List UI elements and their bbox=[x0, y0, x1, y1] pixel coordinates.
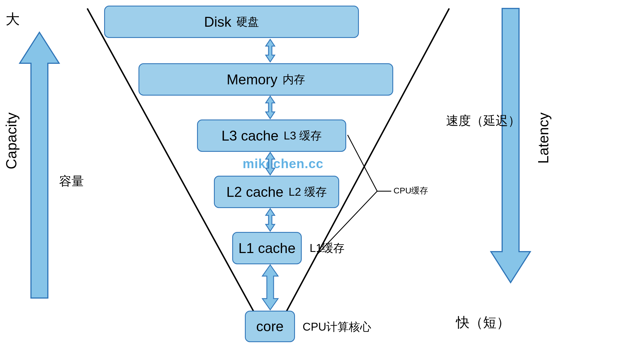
capacity-axis-en: Capacity bbox=[3, 112, 20, 169]
level-l3-cache: L3 cache L3 缓存 bbox=[197, 119, 346, 152]
l2-label-cn: L2 缓存 bbox=[289, 184, 327, 200]
memory-label-en: Memory bbox=[227, 71, 278, 88]
svg-line-1 bbox=[270, 8, 449, 342]
core-label-en: core bbox=[256, 318, 283, 335]
memory-label-cn: 内存 bbox=[283, 72, 305, 87]
svg-line-5 bbox=[348, 135, 377, 191]
level-memory: Memory 内存 bbox=[138, 63, 393, 96]
latency-arrow-icon bbox=[491, 8, 530, 283]
disk-label-en: Disk bbox=[204, 14, 231, 30]
svg-line-0 bbox=[87, 8, 270, 342]
arrow-memory-l3-icon bbox=[266, 96, 275, 119]
l1-label-cn: L1缓存 bbox=[310, 240, 345, 256]
level-disk: Disk 硬盘 bbox=[104, 6, 359, 38]
capacity-top-label: 大 bbox=[6, 10, 20, 29]
l2-label-en: L2 cache bbox=[226, 184, 283, 200]
svg-marker-4 bbox=[491, 8, 530, 283]
capacity-axis-cn: 容量 bbox=[59, 173, 84, 189]
level-core: core bbox=[245, 311, 295, 342]
watermark-text: mikechen.cc bbox=[243, 156, 323, 171]
capacity-arrow-icon bbox=[20, 32, 59, 298]
disk-label-cn: 硬盘 bbox=[236, 14, 259, 30]
svg-marker-3 bbox=[20, 32, 59, 298]
latency-axis-en: Latency bbox=[535, 112, 552, 164]
cpu-cache-annotation: CPU缓存 bbox=[393, 185, 428, 197]
core-label-cn: CPU计算核心 bbox=[303, 319, 371, 335]
arrow-disk-memory-icon bbox=[266, 39, 275, 62]
l3-label-cn: L3 缓存 bbox=[284, 128, 322, 143]
l3-label-en: L3 cache bbox=[222, 128, 279, 144]
latency-bottom-label: 快（短） bbox=[456, 313, 510, 331]
latency-axis-cn: 速度（延迟） bbox=[446, 112, 520, 129]
level-l2-cache: L2 cache L2 缓存 bbox=[214, 176, 339, 208]
level-l1-cache: L1 cache bbox=[232, 232, 302, 264]
l1-label-en: L1 cache bbox=[238, 240, 296, 256]
arrow-l2-l1-icon bbox=[266, 209, 275, 231]
arrow-l1-core-icon bbox=[262, 265, 278, 310]
